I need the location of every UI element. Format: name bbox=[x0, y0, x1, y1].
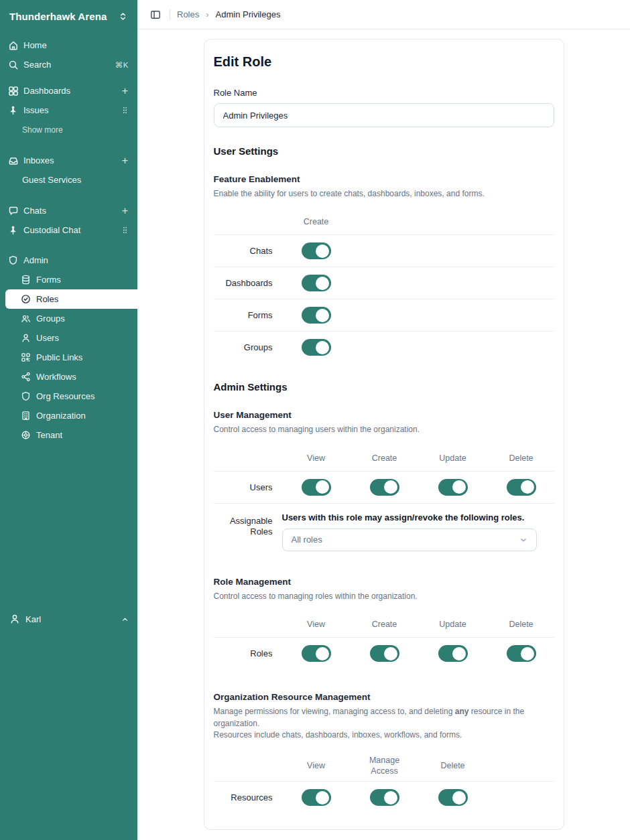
sidebar-item-public-links[interactable]: Public Links bbox=[0, 348, 137, 367]
inbox-icon bbox=[8, 155, 19, 166]
feature-enablement-heading: Feature Enablement bbox=[214, 174, 554, 184]
user-management-heading: User Management bbox=[214, 410, 554, 420]
add-dashboard-button[interactable]: + bbox=[122, 86, 129, 96]
row-label: Resources bbox=[214, 792, 282, 802]
admin-settings-heading: Admin Settings bbox=[214, 381, 554, 393]
user-icon bbox=[9, 614, 20, 624]
sidebar-item-tenant[interactable]: Tenant bbox=[0, 425, 137, 445]
toggle-dashboards-create[interactable] bbox=[302, 275, 331, 291]
row-label: Dashboards bbox=[214, 278, 282, 288]
assignable-roles-select[interactable]: All roles bbox=[282, 529, 537, 551]
toggle-roles-view[interactable] bbox=[302, 645, 331, 662]
column-header-update: Update bbox=[439, 619, 466, 630]
user-name: Karl bbox=[25, 614, 41, 624]
toggle-forms-create[interactable] bbox=[302, 307, 331, 324]
user-icon bbox=[21, 333, 32, 343]
add-chat-button[interactable]: + bbox=[122, 206, 129, 216]
column-header-create: Create bbox=[372, 453, 397, 464]
sidebar-item-admin[interactable]: Admin bbox=[0, 251, 137, 270]
toggle-users-view[interactable] bbox=[302, 479, 331, 496]
workspace-title: Thunderhawk Arena bbox=[9, 11, 107, 22]
sidebar-item-custodial-chat[interactable]: Custodial Chat bbox=[0, 220, 137, 240]
sidebar-toggle-button[interactable] bbox=[147, 6, 164, 23]
column-header-delete: Delete bbox=[509, 453, 533, 464]
role-management-description: Control access to managing roles within … bbox=[214, 591, 554, 602]
column-header-manage-access: Manage Access bbox=[364, 755, 405, 777]
groups-icon bbox=[21, 313, 32, 324]
sidebar-show-more[interactable]: Show more bbox=[0, 120, 137, 139]
sidebar-nav: Home Search ⌘K Dashboards + Issues Show … bbox=[0, 29, 137, 445]
sidebar-item-organization[interactable]: Organization bbox=[0, 406, 137, 425]
main-area: Roles › Admin Privileges Edit Role Role … bbox=[137, 0, 630, 840]
table-header-row: Create bbox=[214, 209, 554, 234]
toggle-roles-update[interactable] bbox=[438, 645, 468, 662]
pin-icon bbox=[8, 105, 19, 115]
sidebar-item-inboxes[interactable]: Inboxes + bbox=[0, 151, 137, 170]
toggle-groups-create[interactable] bbox=[302, 339, 331, 356]
table-row-dashboards: Dashboards bbox=[214, 267, 554, 299]
role-name-input[interactable] bbox=[214, 103, 554, 127]
toggle-chats-create[interactable] bbox=[302, 242, 331, 259]
dashboards-icon bbox=[8, 86, 19, 96]
sidebar-item-issues[interactable]: Issues bbox=[0, 100, 137, 120]
column-header-update: Update bbox=[439, 453, 466, 464]
column-header-delete: Delete bbox=[509, 619, 533, 630]
user-management-table: View Create Update Delete Users Assignab… bbox=[214, 445, 554, 554]
sidebar-item-home[interactable]: Home bbox=[0, 36, 137, 55]
sidebar-item-org-resources[interactable]: Org Resources bbox=[0, 387, 137, 406]
add-inbox-button[interactable]: + bbox=[122, 155, 129, 166]
roles-icon bbox=[21, 294, 32, 304]
row-label: Assignable Roles bbox=[214, 512, 282, 551]
sidebar-item-search[interactable]: Search ⌘K bbox=[0, 55, 137, 74]
search-shortcut: ⌘K bbox=[115, 60, 129, 70]
sidebar-item-dashboards[interactable]: Dashboards + bbox=[0, 81, 137, 100]
sidebar-item-users[interactable]: Users bbox=[0, 328, 137, 348]
table-row-chats: Chats bbox=[214, 234, 554, 267]
sidebar-item-chats[interactable]: Chats + bbox=[0, 201, 137, 220]
column-header-delete: Delete bbox=[440, 760, 464, 771]
table-row-groups: Groups bbox=[214, 331, 554, 363]
sidebar-item-workflows[interactable]: Workflows bbox=[0, 367, 137, 387]
breadcrumb: Roles › Admin Privileges bbox=[177, 9, 280, 19]
column-header-view: View bbox=[307, 619, 325, 630]
role-management-heading: Role Management bbox=[214, 577, 554, 587]
row-label: Forms bbox=[214, 310, 282, 320]
breadcrumb-roles-link[interactable]: Roles bbox=[177, 9, 199, 19]
toggle-roles-create[interactable] bbox=[370, 645, 399, 662]
toggle-resources-view[interactable] bbox=[302, 789, 331, 806]
role-management-table: View Create Update Delete Roles bbox=[214, 612, 554, 669]
column-header-view: View bbox=[307, 760, 325, 771]
chevron-up-icon bbox=[121, 615, 129, 624]
org-resource-management-heading: Organization Resource Management bbox=[214, 692, 554, 702]
workspace-switcher[interactable]: Thunderhawk Arena bbox=[0, 0, 137, 29]
forms-icon bbox=[21, 275, 32, 285]
row-label: Roles bbox=[214, 648, 282, 658]
toggle-resources-manage-access[interactable] bbox=[370, 789, 399, 806]
toggle-users-update[interactable] bbox=[438, 479, 468, 496]
sidebar: Thunderhawk Arena Home Search ⌘K Dashboa… bbox=[0, 0, 137, 840]
unfold-icon bbox=[118, 11, 128, 21]
page-title: Edit Role bbox=[214, 54, 554, 70]
sidebar-item-groups[interactable]: Groups bbox=[0, 309, 137, 328]
table-header-row: View Manage Access Delete bbox=[214, 750, 554, 781]
divider bbox=[170, 9, 170, 20]
tenant-icon bbox=[21, 430, 32, 440]
toggle-users-create[interactable] bbox=[370, 479, 399, 496]
toggle-roles-delete[interactable] bbox=[507, 645, 536, 662]
sidebar-item-roles[interactable]: Roles bbox=[5, 289, 137, 309]
column-header-create: Create bbox=[304, 216, 329, 227]
user-management-description: Control access to managing users within … bbox=[214, 424, 554, 435]
sidebar-item-guest-services[interactable]: Guest Services bbox=[0, 170, 137, 190]
toggle-users-delete[interactable] bbox=[507, 479, 536, 496]
user-menu[interactable]: Karl bbox=[0, 608, 137, 630]
workflows-icon bbox=[21, 372, 32, 382]
sidebar-item-forms[interactable]: Forms bbox=[0, 270, 137, 289]
drag-handle-icon[interactable] bbox=[121, 226, 129, 234]
user-settings-heading: User Settings bbox=[214, 145, 554, 157]
top-bar: Roles › Admin Privileges bbox=[137, 0, 630, 29]
role-name-label: Role Name bbox=[214, 88, 554, 98]
toggle-resources-delete[interactable] bbox=[438, 789, 468, 806]
breadcrumb-current: Admin Privileges bbox=[216, 9, 281, 19]
org-resource-management-table: View Manage Access Delete Resources bbox=[214, 750, 554, 813]
drag-handle-icon[interactable] bbox=[121, 106, 129, 115]
